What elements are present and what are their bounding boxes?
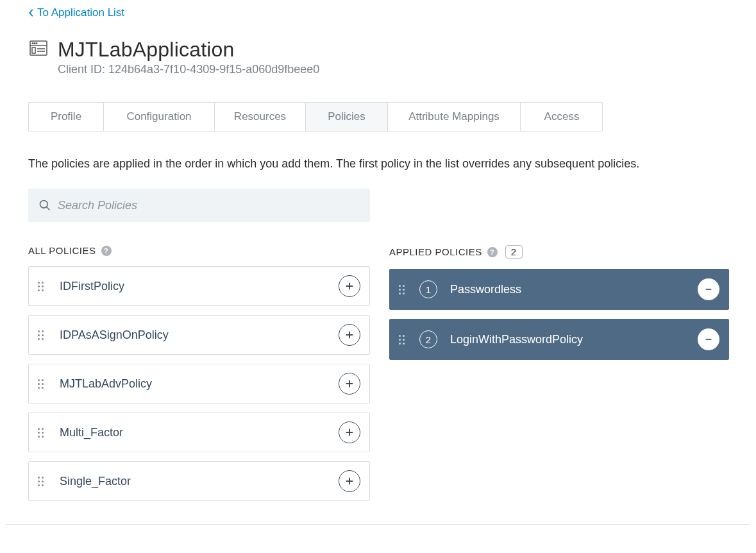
applied-policy-item[interactable]: 1 Passwordless [389,269,729,310]
divider [6,524,750,525]
add-policy-button[interactable] [339,421,360,443]
search-input[interactable] [58,199,360,212]
policy-name: Multi_Factor [60,426,339,439]
plus-icon [345,282,354,291]
search-box[interactable] [28,189,370,222]
tab-policies[interactable]: Policies [306,103,388,131]
applied-policy-item[interactable]: 2 LoginWithPasswordPolicy [389,319,729,360]
policy-name: MJTLabAdvPolicy [60,377,339,391]
add-policy-button[interactable] [339,373,360,395]
add-policy-button[interactable] [339,324,360,346]
policy-name: Single_Factor [60,475,339,488]
applied-policies-list: 1 Passwordless 2 LoginWithPasswordPolicy [389,269,729,360]
svg-line-9 [47,207,50,210]
minus-icon [704,285,713,294]
chevron-left-icon [28,8,35,17]
back-link-label: To Application List [37,6,124,19]
plus-icon [345,477,354,486]
tab-access[interactable]: Access [521,103,603,131]
drag-handle-icon[interactable] [38,282,47,291]
drag-handle-icon[interactable] [38,379,47,389]
policy-name: IDPAsASignOnPolicy [60,328,339,342]
plus-icon [345,379,354,388]
search-icon [38,199,51,212]
plus-icon [345,428,354,437]
drag-handle-icon[interactable] [399,335,408,345]
policy-item[interactable]: IDPAsASignOnPolicy [28,315,370,355]
policy-rank: 2 [419,330,437,348]
svg-rect-5 [32,47,35,53]
policy-rank: 1 [419,280,437,298]
tab-configuration[interactable]: Configuration [104,103,215,131]
policy-name: IDFirstPolicy [60,280,339,293]
drag-handle-icon[interactable] [399,285,408,294]
tabs: Profile Configuration Resources Policies… [28,102,603,132]
drag-handle-icon[interactable] [38,330,47,340]
applied-policies-header: APPLIED POLICIES [389,246,482,257]
app-title: MJTLabApplication [58,38,319,62]
plus-icon [345,330,354,339]
applied-policies-count-badge: 2 [505,245,523,259]
svg-point-3 [34,43,35,44]
policy-item[interactable]: Single_Factor [28,461,370,501]
tab-attribute-mappings[interactable]: Attribute Mappings [388,103,521,131]
application-icon [28,38,49,61]
policy-item[interactable]: IDFirstPolicy [28,266,370,306]
add-policy-button[interactable] [339,470,360,492]
help-icon[interactable]: ? [487,247,498,257]
minus-icon [704,335,713,344]
add-policy-button[interactable] [339,275,360,297]
tab-resources[interactable]: Resources [215,103,306,131]
drag-handle-icon[interactable] [38,428,47,438]
remove-policy-button[interactable] [698,278,719,300]
back-to-application-list-link[interactable]: To Application List [28,6,124,19]
svg-point-4 [36,43,37,44]
all-policies-list: IDFirstPolicy IDPAsASignOnPolicy MJTLabA… [28,266,370,501]
policies-description: The policies are applied in the order in… [28,157,728,171]
svg-point-2 [32,43,33,44]
policy-item[interactable]: Multi_Factor [28,413,370,452]
svg-point-8 [40,201,48,208]
help-icon[interactable]: ? [101,246,112,256]
tab-profile[interactable]: Profile [29,103,104,131]
policy-item[interactable]: MJTLabAdvPolicy [28,364,370,404]
remove-policy-button[interactable] [698,328,719,350]
client-id-label: Client ID: 124b64a3-7f10-4309-9f15-a060d… [58,63,319,76]
policy-name: LoginWithPasswordPolicy [450,333,698,346]
all-policies-header: ALL POLICIES [28,245,96,256]
drag-handle-icon[interactable] [38,477,47,486]
policy-name: Passwordless [450,283,698,296]
